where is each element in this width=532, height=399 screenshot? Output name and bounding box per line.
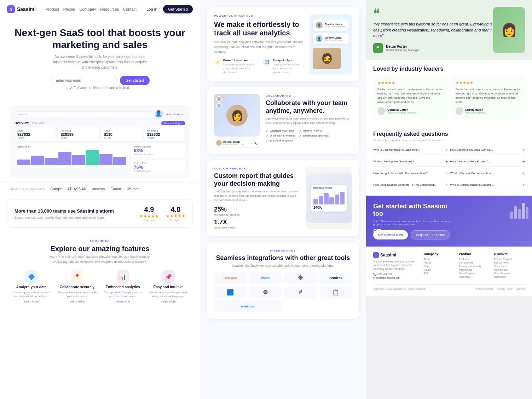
logo-icon: S (7, 5, 15, 13)
faq-plus-5[interactable]: + (522, 171, 525, 176)
feature-name-2: Embedded analytics (102, 285, 144, 289)
rv2-name-0: Cornelia Carter (387, 108, 417, 111)
footer-link-marketplace[interactable]: Marketplace (459, 268, 490, 271)
logo: S Saasimi (7, 5, 36, 13)
footer-link-disc-marketplace[interactable]: Marketplace (494, 268, 525, 271)
nav-pricing[interactable]: Pricing (63, 7, 75, 11)
faq-plus-6[interactable]: + (445, 183, 448, 187)
reviewer-role: Senior Marketing Manager (386, 48, 419, 52)
reviewer-icon: ❝ (373, 43, 383, 53)
collab-tag: COLLABORATE (266, 94, 352, 97)
collab-user-name: Chester Harris (223, 141, 244, 143)
collab-image-area: 👩 Chester Harris Project Manager, USA 📞 (214, 94, 260, 147)
user-card-chester: 👤 Chester Harris Project Manager, USA (313, 19, 348, 31)
footer-link-pricing[interactable]: Pricing (424, 261, 455, 264)
integration-intercom: INTERCOM (214, 301, 282, 312)
trusted-bar: Trusted by industry leaders Google ATLAS… (0, 183, 200, 195)
faq-item-0: Who is Communications Saasimi for? + (373, 145, 448, 155)
feature-link-1[interactable]: Learn More (56, 300, 98, 303)
login-button[interactable]: Log In (144, 6, 160, 13)
footer-link-team[interactable]: Team Porter (494, 265, 525, 267)
faq-title: Frequently asked questions (373, 131, 525, 137)
progress-card-1: Marketing Stats 68% Fill Rate this year (131, 143, 185, 158)
dm-header: Dashboard Report (313, 187, 345, 189)
get-started-button[interactable]: Get Started (163, 5, 193, 13)
bar2 (31, 156, 44, 165)
report-image: Dashboard Report 140K (306, 167, 352, 229)
faq-plus-7[interactable]: + (522, 183, 525, 187)
hero-cta-button[interactable]: Get Started (120, 76, 149, 85)
footer-link-disc-resources[interactable]: Resources (494, 276, 525, 278)
feature-desc-1: Share/publish your reports with your col… (56, 290, 98, 298)
footer-privacy[interactable]: Privacy Policy (497, 288, 513, 290)
analytics-pills: ⚡ Powerful dashboard Combine multiple re… (214, 59, 304, 75)
generate-report-button[interactable]: Generate Report (161, 121, 185, 125)
faq-q-2: What Is The Uptime Guarantee? (373, 160, 414, 163)
integrations-title: Seamless integrations with other great t… (214, 254, 352, 262)
bar3 (45, 158, 58, 166)
pill-dashboard: ⚡ Powerful dashboard Combine multiple re… (214, 59, 259, 75)
progress-card-2: Return Rate 76% ROAS this year (131, 160, 185, 174)
pill-title-0: Powerful dashboard (223, 59, 259, 62)
footer-link-saas[interactable]: Saas Compare (459, 272, 490, 274)
email-input[interactable] (51, 76, 117, 85)
footer-link-api[interactable]: API (424, 272, 455, 274)
footer-link-disc-saas[interactable]: Saas Compare (494, 272, 525, 274)
footer-cookies[interactable]: Cookies (516, 288, 525, 290)
cta-bar-3 (518, 209, 521, 219)
nav-resources[interactable]: Resources (100, 7, 119, 11)
faq-plus-2[interactable]: + (445, 159, 448, 164)
faq-plus-3[interactable]: + (522, 159, 525, 164)
features-section: FEATURES Explore our amazing features We… (0, 232, 200, 310)
pill-sync: 🔄 Always in Sync Don't worry about the d… (263, 59, 304, 75)
faq-plus-4[interactable]: + (445, 171, 448, 176)
faq-plus-0[interactable]: + (445, 148, 448, 152)
collab-user-card: Chester Harris Project Manager, USA 📞 (214, 139, 260, 147)
nav-contact[interactable]: Contact (123, 7, 137, 11)
faq-plus-1[interactable]: + (522, 148, 525, 152)
analytics-title: We make it effortlessly to track all use… (214, 20, 304, 37)
feature-link-3[interactable]: Learn More (148, 300, 189, 303)
reviewer2-avatar-1 (456, 107, 463, 115)
footer-grid: Saasimi We built an elegant solution. Ou… (373, 252, 525, 281)
integration-trello: 📋 (320, 287, 352, 298)
overview-label: Overview (15, 121, 29, 125)
integration-zoom: zoom (249, 272, 282, 284)
brand-atlassian: ATLASSIAN (67, 187, 86, 191)
overview-row: Overview This Year Generate Report (15, 121, 185, 125)
cta-bar-2 (514, 206, 517, 219)
features-title: Explore our amazing features (11, 245, 189, 253)
integration-teams: 🟦 (214, 287, 247, 298)
footer-link-blog[interactable]: Blog (424, 265, 455, 267)
footer-link-sell[interactable]: Sell software (459, 261, 490, 264)
feature-link-0[interactable]: Learn More (11, 300, 52, 303)
footer-link-privacy[interactable]: Privacy and security (459, 265, 490, 267)
report-desc: The customer journey differs for everybo… (214, 190, 300, 202)
footer-link-features[interactable]: Features (459, 258, 490, 260)
footer-terms[interactable]: Terms of Service (475, 288, 493, 290)
faq-q-0: Who is Communications Saasimi for? (373, 148, 420, 151)
brand-amazon: amazon (92, 187, 105, 191)
trusted-label: Trusted by industry leaders (11, 187, 45, 191)
feature-icon-easy: 📌 (162, 270, 175, 283)
logo-text: Saasimi (17, 6, 36, 12)
cta-secondary-button[interactable]: Request Free Demo (411, 230, 450, 239)
collab-person-avatar: 👩 (226, 105, 248, 126)
footer-link-news[interactable]: List our news (494, 261, 525, 264)
mini-av-2 (216, 103, 222, 109)
footer-link-resources[interactable]: Resources (459, 276, 490, 278)
testimonial-person-image: 👩 (493, 7, 525, 53)
collab-desc: See which work apps your team is working… (266, 117, 352, 125)
reviewer2-info-0: Cornelia Carter Senior Marketing Manager (387, 108, 417, 114)
dm-b5 (335, 195, 339, 204)
sales-chart: Sales chart (15, 143, 129, 168)
rv2-name-1: Martin Maller (466, 108, 488, 111)
nav-company[interactable]: Company (79, 7, 96, 11)
footer-link-about[interactable]: About (424, 258, 455, 260)
footer-link-status[interactable]: Status (424, 268, 455, 271)
nav-product[interactable]: Product (46, 7, 59, 11)
feature-link-2[interactable]: Learn More (102, 300, 144, 303)
footer-link-partner[interactable]: Partner Program (494, 258, 525, 260)
middle-panel: POWERFUL ANALYTICS We make it effortless… (200, 0, 366, 399)
stat-growth: 1.7X User base growth (214, 219, 300, 229)
